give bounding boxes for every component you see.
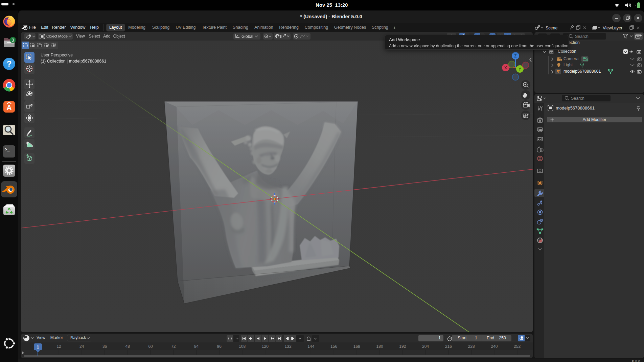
svg-text:48: 48	[125, 344, 130, 349]
svg-text:X: X	[504, 66, 507, 70]
svg-text:12: 12	[56, 344, 61, 349]
svg-text:144: 144	[307, 344, 314, 349]
svg-text:168: 168	[353, 344, 360, 349]
svg-text:60: 60	[148, 344, 153, 349]
svg-text:192: 192	[399, 344, 406, 349]
svg-text:ViewLayer: ViewLayer	[603, 26, 622, 30]
svg-text:>_: >_	[5, 147, 10, 152]
svg-text:36: 36	[102, 344, 107, 349]
svg-text:A: A	[6, 103, 12, 112]
svg-text:?: ?	[7, 59, 12, 68]
svg-text:84: 84	[194, 344, 199, 349]
svg-text:24: 24	[79, 344, 84, 349]
svg-text:228: 228	[468, 344, 475, 349]
svg-text:180: 180	[376, 344, 383, 349]
svg-text:72: 72	[171, 344, 176, 349]
svg-text:108: 108	[239, 344, 246, 349]
svg-text:204: 204	[422, 344, 429, 349]
svg-text:Scene: Scene	[546, 26, 557, 30]
svg-text:Y: Y	[519, 67, 521, 72]
svg-text:132: 132	[285, 344, 292, 349]
svg-text:216: 216	[445, 344, 452, 349]
svg-text:Search: Search	[571, 96, 584, 101]
svg-text:3: 3	[12, 38, 14, 43]
svg-text:240: 240	[491, 344, 498, 349]
svg-text:96: 96	[217, 344, 222, 349]
svg-text:252: 252	[514, 344, 521, 349]
svg-text:Z: Z	[514, 54, 516, 58]
svg-text:120: 120	[262, 344, 269, 349]
svg-text:156: 156	[330, 344, 337, 349]
svg-text:1: 1	[37, 345, 39, 349]
svg-text:Search: Search	[575, 34, 589, 39]
